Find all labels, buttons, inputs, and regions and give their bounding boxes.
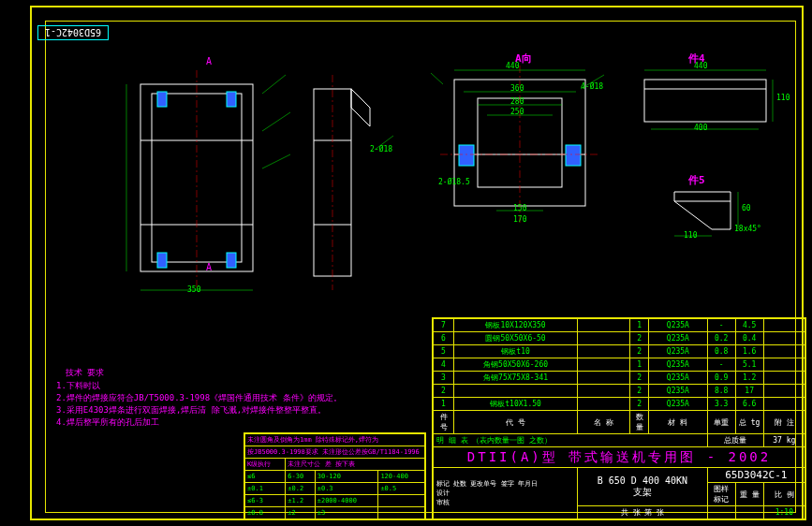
dim-main-width: 350 bbox=[187, 285, 200, 294]
note-2: 2.焊件的焊接应符合JB/T5000.3-1998《焊国件通用技术 条件》的规定… bbox=[56, 392, 342, 404]
dim-aux-360: 360 bbox=[510, 84, 524, 93]
bom-row: 22Q235A8.817 bbox=[434, 385, 805, 398]
bom-row: 3角钢75X75X8-3412Q235A0.91.2 bbox=[434, 372, 805, 385]
note-1: 1.下料时以 bbox=[56, 380, 100, 392]
svg-line-37 bbox=[262, 75, 286, 94]
tol-hdr: 未注圆角及倒角为1mm 除特殊标记外,焊符为 bbox=[245, 434, 425, 446]
svg-rect-4 bbox=[157, 92, 167, 107]
dim-aux-440: 440 bbox=[506, 62, 519, 70]
dim-p5-angle: 18x45° bbox=[734, 225, 761, 233]
dim-p4-h: 110 bbox=[776, 94, 790, 102]
note-4: 4.焊后整平所有的孔后加工 bbox=[56, 416, 159, 429]
svg-line-39 bbox=[262, 154, 290, 168]
drawing-id: 65D3042C-1 bbox=[707, 468, 805, 483]
note-3: 3.采用E4303焊条进行双面焊接,焊后清 除飞溅,对焊接件整整平整直。 bbox=[56, 404, 326, 416]
dim-aux-170: 170 bbox=[513, 215, 526, 224]
dim-aux-280: 280 bbox=[510, 97, 524, 106]
drawing-title: DTII(A)型 带式输送机专用图 - 2002 bbox=[434, 447, 805, 468]
dim-holes3: 4-Ø18 bbox=[581, 82, 603, 91]
svg-line-38 bbox=[262, 112, 290, 131]
revision-block: 未注圆角及倒角为1mm 除特殊标记外,焊符为 按JB5000.3-1998要求 … bbox=[244, 432, 426, 520]
svg-rect-19 bbox=[459, 145, 474, 166]
svg-rect-6 bbox=[157, 253, 167, 268]
svg-marker-12 bbox=[351, 89, 370, 126]
svg-line-42 bbox=[431, 73, 443, 84]
dim-holes1: 2-Ø18 bbox=[370, 145, 392, 153]
svg-marker-33 bbox=[674, 192, 731, 229]
bom-row: 6圆钢50X50X6-502Q235A0.20.4 bbox=[434, 332, 805, 345]
dim-p5-60: 60 bbox=[742, 204, 751, 212]
dim-p4-w: 440 bbox=[694, 62, 707, 70]
dim-aux-150: 150 bbox=[513, 204, 526, 212]
svg-rect-20 bbox=[566, 145, 581, 166]
bom-row: 7钢板10X120X3501Q235A-4.5 bbox=[434, 319, 805, 332]
bom-row: 5钢板t102Q235A0.81.6 bbox=[434, 345, 805, 358]
bom-row: 1钢板t10X1.502Q235A3.36.6 bbox=[434, 398, 805, 411]
dim-p5-110: 110 bbox=[684, 231, 697, 240]
dim-p4-w2: 400 bbox=[694, 124, 707, 132]
dim-holes2: 2-Ø18.5 bbox=[438, 178, 470, 186]
tol-l2: 按JB5000.3-1998要求 未注形位公差按GB/T1184-1996 bbox=[245, 446, 425, 459]
svg-rect-28 bbox=[644, 80, 766, 122]
title-block: 7钢板10X120X3501Q235A-4.56圆钢50X50X6-502Q23… bbox=[432, 317, 806, 520]
bom-row: 4角钢50X50X6-2601Q235A-5.1 bbox=[434, 358, 805, 372]
dim-aux-250: 250 bbox=[510, 108, 524, 116]
svg-rect-7 bbox=[227, 253, 236, 268]
notes-header: 技术 要求 bbox=[66, 367, 104, 379]
svg-rect-5 bbox=[227, 92, 236, 107]
